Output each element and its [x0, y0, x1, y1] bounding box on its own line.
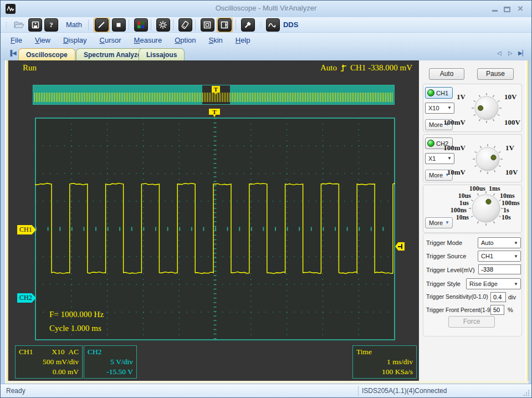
time-info-box: Time 1 ms/div 100 KSa/s [352, 345, 417, 379]
scope-display: Run Auto CH1 -338.000 mV T T CH1 CH2 F= … [8, 60, 419, 381]
resize-grip[interactable] [523, 389, 530, 396]
tab-oscilloscope[interactable]: Oscilloscope [18, 48, 75, 60]
auto-button[interactable]: Auto [429, 68, 464, 80]
close-button[interactable]: ✕ [516, 6, 525, 13]
trigger-position-flag[interactable]: T [209, 109, 220, 118]
split-panel-button[interactable] [217, 18, 233, 32]
tab-last-button[interactable]: ▶▏ [518, 50, 526, 56]
save-icon [31, 21, 40, 29]
ch1-box-coupling: AC [68, 348, 79, 356]
square-dot-icon [114, 21, 123, 29]
open-file-button[interactable] [12, 18, 26, 32]
trigger-readout: Auto CH1 -338.000 mV [320, 63, 412, 73]
time-more-dropdown[interactable]: More▼ [425, 217, 453, 228]
tab-first-button[interactable]: ▐◀ [8, 50, 17, 56]
toolbar-grip: ⋮ [3, 21, 8, 28]
menu-item-view[interactable]: View [35, 36, 50, 44]
panel-icon [203, 21, 212, 29]
tab-lissajous[interactable]: Lissajous [139, 48, 185, 60]
status-device: ISDS205A(1.1)(4)Connected [362, 387, 447, 395]
ch1-box-probe: X10 [52, 348, 64, 356]
color-settings-button[interactable] [134, 18, 148, 32]
ch1-scale-knob[interactable] [471, 93, 502, 125]
preview-waveform [34, 93, 393, 102]
ch2-knob-label: 10V [505, 168, 518, 177]
help-button[interactable]: ? [44, 18, 58, 32]
ch1-knob-label: 10V [504, 93, 516, 101]
handheld-device-icon [181, 21, 190, 29]
ch1-knob-label: 100mV [433, 118, 466, 127]
tab-strip: ▐◀ Oscilloscope Spectrum Analyzer Lissaj… [1, 47, 531, 60]
menu-item-display[interactable]: Display [63, 36, 87, 44]
trigger-sensitivity-input[interactable] [490, 292, 506, 302]
content-right-edge [525, 60, 529, 381]
ch2-knob-label: 100mV [433, 144, 466, 152]
tab-next-button[interactable]: ▷ [508, 50, 513, 56]
ch2-knob-label: 1V [505, 144, 514, 152]
trigger-sensitivity-unit: div [508, 292, 516, 303]
status-bar: Ready ISDS205A(1.1)(4)Connected [1, 384, 531, 398]
ch2-probe-select[interactable]: X1▼ [425, 153, 454, 164]
trigger-front-input[interactable] [490, 305, 504, 315]
time-knob-label: 10s [502, 213, 511, 222]
force-button[interactable]: Force [448, 316, 495, 328]
trigger-group: Trigger Mode Auto▼ Trigger Source CH1▼ T… [423, 233, 522, 336]
time-knob-label: 1ms [489, 185, 500, 193]
ch2-info-box: CH2 5 V/div -15.50 V [84, 345, 137, 379]
pause-button[interactable]: Pause [477, 68, 514, 80]
minimize-button[interactable] [490, 6, 499, 13]
chevron-down-icon: ▼ [514, 251, 518, 262]
timebase-group: 100us 1ms 10us 10ms 1us 100ms 100ns 1s 1… [423, 185, 522, 233]
math-button[interactable]: Math [66, 21, 82, 29]
device-button[interactable] [178, 18, 192, 32]
maximize-button[interactable] [503, 6, 511, 13]
trigger-level-input[interactable] [478, 264, 521, 274]
ch1-group: CH1 X10▼ More▼ 1V 10V 100mV 100V [423, 84, 522, 132]
status-ready: Ready [6, 387, 25, 395]
chevron-down-icon: ▼ [447, 154, 452, 164]
centering-star-icon [158, 21, 167, 29]
ch1-box-offset: 0.00 mV [19, 367, 79, 377]
menu-item-cursor[interactable]: Cursor [100, 36, 121, 44]
menu-item-file[interactable]: File [11, 36, 22, 44]
scope-grid [35, 118, 395, 340]
ch1-marker[interactable]: CH1 [17, 225, 36, 234]
trigger-style-select[interactable]: Rise Edge▼ [466, 278, 521, 289]
ch2-knob-label: 10mV [433, 168, 466, 177]
tools-button[interactable] [241, 18, 255, 32]
dds-button[interactable] [266, 18, 280, 32]
trigger-source-label: Trigger Source [426, 251, 466, 262]
ch1-probe-select[interactable]: X10▼ [425, 103, 454, 114]
rise-edge-icon [340, 64, 347, 73]
tab-prev-button[interactable]: ◁ [497, 50, 502, 56]
waveform-preview[interactable]: T [33, 85, 395, 105]
frequency-readout: F= 1000.000 Hz [49, 310, 104, 319]
menu-item-option[interactable]: Option [175, 36, 196, 44]
trigger-front-label: Trigger Front Percent(1-99 [426, 305, 494, 316]
window-title: Oscilloscope - Multi VirAnalyzer [1, 4, 531, 12]
ch2-marker[interactable]: CH2 [17, 293, 36, 303]
line-tool-button[interactable] [94, 18, 110, 32]
ch2-scale-knob[interactable] [472, 144, 503, 176]
line-icon [97, 21, 106, 29]
single-panel-button[interactable] [201, 18, 214, 32]
trigger-front-unit: % [508, 304, 513, 315]
save-button[interactable] [28, 18, 42, 32]
menu-item-skin[interactable]: Skin [209, 36, 223, 44]
center-waveform-button[interactable] [156, 18, 170, 32]
trigger-mode-readout: Auto [320, 63, 337, 73]
dot-tool-button[interactable] [112, 18, 126, 32]
ch1-led-icon [427, 89, 434, 96]
folder-open-icon [13, 21, 24, 29]
ch1-enable-button[interactable]: CH1 [425, 87, 453, 99]
chevron-down-icon: ▼ [514, 279, 518, 290]
menu-item-help[interactable]: Help [236, 36, 250, 44]
menu-item-measure[interactable]: Measure [134, 36, 162, 44]
trigger-source-select[interactable]: CH1▼ [478, 251, 521, 262]
time-box-scale: 1 ms/div [356, 357, 413, 367]
hammer-icon [243, 21, 252, 29]
trigger-mode-select[interactable]: Auto▼ [478, 237, 521, 248]
timebase-knob[interactable] [468, 191, 504, 227]
toolbar: ⋮ ? Math [1, 17, 531, 33]
trigger-level-marker[interactable] [395, 242, 405, 251]
